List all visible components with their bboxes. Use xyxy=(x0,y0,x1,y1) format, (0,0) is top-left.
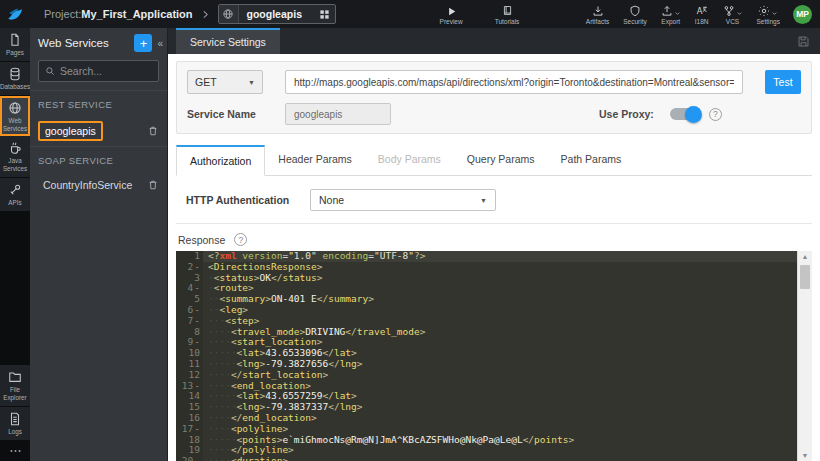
tab-authorization[interactable]: Authorization xyxy=(176,145,265,176)
web-services-panel: Web Services + « REST SERVICEgoogleapisS… xyxy=(30,28,168,461)
sidebar-item-web-services[interactable]: Web Services xyxy=(0,96,30,137)
save-icon[interactable] xyxy=(797,35,810,48)
code-line: 5··<summary>ON-401 E</summary> xyxy=(176,294,797,305)
document-tabbar: Service Settings xyxy=(168,28,820,54)
auth-section: HTTP Authentication None ▼ xyxy=(176,176,812,224)
topbar-action-label: VCS xyxy=(726,18,739,25)
code-line: 2-<DirectionsResponse> xyxy=(176,262,797,273)
topbar-action-label: Artifacts xyxy=(586,18,609,25)
code-line: 3·<status>OK</status> xyxy=(176,273,797,284)
scroll-up-icon[interactable]: ▲ xyxy=(798,253,812,260)
toggle-knob xyxy=(685,106,702,123)
preview-button[interactable]: Preview xyxy=(424,4,479,25)
breadcrumb: Project:My_First_Application xyxy=(44,8,193,20)
fold-marker-icon[interactable]: - xyxy=(194,304,200,315)
service-item-countryinfoservice[interactable]: CountryInfoService xyxy=(30,172,167,198)
topbar-action-label: Export xyxy=(661,18,680,25)
fold-marker-icon[interactable]: - xyxy=(194,282,200,293)
dropdown-arrow-icon: ▼ xyxy=(480,197,487,204)
response-help-icon[interactable]: ? xyxy=(234,233,247,246)
service-item-googleapis[interactable]: googleapis xyxy=(30,116,167,146)
apis-icon xyxy=(8,183,22,197)
app-logo-icon[interactable] xyxy=(0,0,30,28)
preview-label: Preview xyxy=(440,18,463,25)
topbar-action-settings[interactable]: Settings xyxy=(750,4,788,25)
topbar-action-i18n[interactable]: AI18N xyxy=(688,4,716,25)
tutorials-button[interactable]: Tutorials xyxy=(479,4,536,25)
response-code-editor[interactable]: 1<?xml version="1.0" encoding="UTF-8"?>2… xyxy=(176,251,797,461)
sidebar-item-file-explorer[interactable]: File Explorer xyxy=(0,365,30,407)
http-method-value: GET xyxy=(195,76,217,88)
play-icon xyxy=(446,4,457,17)
service-item-name: googleapis xyxy=(38,121,103,141)
collapse-panel-button[interactable]: « xyxy=(157,38,163,49)
search-input[interactable] xyxy=(60,65,152,77)
export-icon xyxy=(661,5,673,17)
scroll-down-icon[interactable]: ▼ xyxy=(798,452,812,459)
fold-marker-icon[interactable]: - xyxy=(194,336,200,347)
java-icon xyxy=(8,141,22,155)
sidebar-item-java-services[interactable]: Java Services xyxy=(0,136,30,178)
topbar-action-label: Settings xyxy=(757,18,781,25)
fold-marker-icon[interactable]: - xyxy=(194,315,200,326)
editor-scrollbar[interactable]: ▲ ▼ xyxy=(797,251,812,461)
line-number: 12 xyxy=(176,370,203,381)
tab-service-settings[interactable]: Service Settings xyxy=(176,28,280,54)
i18n-icon: A xyxy=(696,5,708,17)
service-search xyxy=(38,60,159,82)
fold-marker-icon[interactable]: - xyxy=(194,455,200,461)
request-url-input[interactable] xyxy=(285,70,743,94)
response-label: Response xyxy=(178,234,225,246)
add-service-button[interactable]: + xyxy=(134,34,152,52)
use-proxy-toggle[interactable] xyxy=(670,108,700,120)
trash-icon[interactable] xyxy=(147,179,159,191)
sidebar-item-apis[interactable]: APIs xyxy=(0,178,30,212)
file-explorer-icon xyxy=(8,370,22,384)
tab-path-params[interactable]: Path Params xyxy=(548,145,635,176)
security-icon xyxy=(629,5,641,17)
service-selector-value: googleapis xyxy=(239,8,315,20)
chevron-down-icon xyxy=(771,10,778,17)
fold-marker-icon[interactable]: - xyxy=(194,261,200,272)
topbar-action-export[interactable]: Export xyxy=(654,4,688,25)
grid-icon xyxy=(315,9,335,20)
more-options-icon[interactable] xyxy=(0,441,30,461)
sidebar-item-logs[interactable]: Logs xyxy=(0,407,30,441)
project-name[interactable]: My_First_Application xyxy=(81,8,192,20)
topbar-action-label: Security xyxy=(623,18,646,25)
topbar-action-vcs[interactable]: VCS xyxy=(716,4,750,25)
line-number: 20- xyxy=(176,456,203,461)
panel-title: Web Services xyxy=(38,37,134,49)
app-root: Project:My_First_Application googleapis … xyxy=(0,0,820,461)
line-number: 7- xyxy=(176,316,203,327)
artifacts-icon xyxy=(592,5,604,17)
trash-icon[interactable] xyxy=(147,125,159,137)
tab-query-params[interactable]: Query Params xyxy=(454,145,548,176)
service-item-name: CountryInfoService xyxy=(38,177,137,193)
test-button[interactable]: Test xyxy=(765,70,801,94)
sidebar-item-label: Logs xyxy=(8,428,22,436)
proxy-help-icon[interactable]: ? xyxy=(709,108,722,121)
topbar-action-security[interactable]: Security xyxy=(616,4,653,25)
response-header: Response ? xyxy=(176,224,812,251)
response-editor-wrap: 1<?xml version="1.0" encoding="UTF-8"?>2… xyxy=(176,251,812,461)
topbar-action-artifacts[interactable]: Artifacts xyxy=(579,4,616,25)
service-name-input[interactable] xyxy=(285,103,391,125)
service-selector[interactable]: googleapis xyxy=(218,4,336,24)
code-line: 6-··<leg> xyxy=(176,305,797,316)
http-auth-select[interactable]: None ▼ xyxy=(310,189,496,211)
service-name-label: Service Name xyxy=(187,108,285,120)
line-number: 2- xyxy=(176,262,203,273)
section-header: REST SERVICE xyxy=(30,90,167,116)
fold-marker-icon[interactable]: - xyxy=(194,423,200,434)
sidebar-item-pages[interactable]: Pages xyxy=(0,28,30,62)
scrollbar-thumb[interactable] xyxy=(800,265,810,289)
topbar: Project:My_First_Application googleapis … xyxy=(0,0,820,28)
http-method-select[interactable]: GET ▼ xyxy=(187,70,263,94)
avatar[interactable]: MP xyxy=(793,5,812,24)
sidebar-item-databases[interactable]: Databases xyxy=(0,62,30,96)
fold-marker-icon[interactable]: - xyxy=(194,380,200,391)
sidebar-item-label: Pages xyxy=(6,49,24,57)
use-proxy-label: Use Proxy: xyxy=(599,108,654,120)
tab-header-params[interactable]: Header Params xyxy=(265,145,365,176)
